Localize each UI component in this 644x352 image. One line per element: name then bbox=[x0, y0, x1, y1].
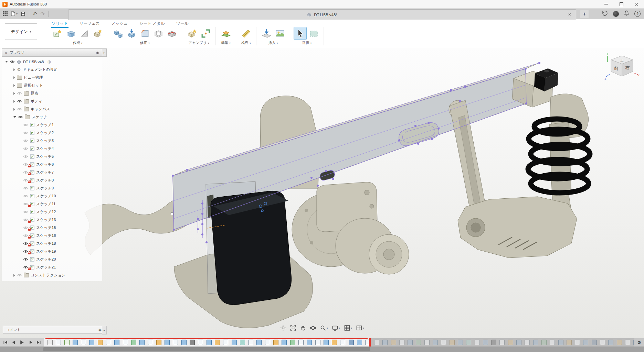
timeline-feature-extrude-icon[interactable] bbox=[256, 340, 262, 345]
expand-arrow-icon[interactable] bbox=[13, 274, 15, 277]
profile-avatar-icon[interactable] bbox=[613, 11, 619, 17]
visibility-eye-icon[interactable] bbox=[17, 107, 22, 111]
ribbon-tab-4[interactable]: シート メタル bbox=[139, 21, 166, 28]
step-back-icon[interactable] bbox=[11, 340, 16, 345]
browser-sketch-item[interactable]: スケッチ20 bbox=[2, 255, 102, 263]
timeline-feature-extrude-icon[interactable] bbox=[382, 340, 388, 345]
ribbon-group-label[interactable]: アセンブリ▾ bbox=[188, 41, 209, 45]
visibility-eye-icon[interactable] bbox=[23, 131, 28, 135]
timeline-feature-extrude-icon[interactable] bbox=[433, 340, 438, 345]
visibility-eye-icon[interactable] bbox=[23, 257, 28, 261]
browser-sketch-item[interactable]: スケッチ3 bbox=[2, 137, 102, 145]
browser-node-4[interactable]: 原点 bbox=[2, 89, 102, 97]
help-icon[interactable]: ? bbox=[634, 11, 641, 17]
plane-tool-icon[interactable] bbox=[220, 27, 232, 40]
timeline-feature-extrude-icon[interactable] bbox=[324, 340, 329, 345]
close-tab-icon[interactable] bbox=[568, 13, 572, 16]
timeline-feature-sketch-icon[interactable] bbox=[441, 340, 446, 345]
visibility-eye-icon[interactable] bbox=[23, 210, 28, 214]
timeline-feature-sketch-icon[interactable] bbox=[424, 340, 430, 345]
timeline-feature-extrude-icon[interactable] bbox=[139, 340, 145, 345]
display-icon[interactable]: ▾ bbox=[332, 325, 340, 331]
timeline-feature-extrude-icon[interactable] bbox=[558, 340, 563, 345]
frame-icon[interactable] bbox=[290, 325, 296, 331]
timeline-feature-hole-icon[interactable] bbox=[349, 340, 354, 345]
browser-node-6[interactable]: キャンバス bbox=[2, 105, 102, 113]
timeline-feature-joint-icon[interactable] bbox=[131, 340, 136, 345]
browser-sketch-item[interactable]: スケッチ12 bbox=[2, 208, 102, 216]
timeline-feature-extrude-icon[interactable] bbox=[633, 340, 634, 345]
timeline-feature-extrude-icon[interactable] bbox=[483, 340, 488, 345]
visibility-eye-icon[interactable] bbox=[23, 218, 28, 222]
browser-sketch-item[interactable]: スケッチ15 bbox=[2, 224, 102, 232]
expand-arrow-icon[interactable] bbox=[13, 100, 15, 103]
skip-to-start-icon[interactable] bbox=[3, 340, 8, 345]
ribbon-tab-1[interactable]: ソリッド bbox=[51, 21, 68, 28]
timeline-feature-ground-icon[interactable] bbox=[190, 340, 195, 345]
fillet-tool-icon[interactable] bbox=[139, 27, 151, 40]
browser-sketch-item[interactable]: スケッチ2 bbox=[2, 129, 102, 137]
timeline-feature-joint-icon[interactable] bbox=[290, 340, 295, 345]
selbox-tool-icon[interactable] bbox=[307, 27, 320, 40]
timeline-feature-extrude-icon[interactable] bbox=[207, 340, 212, 345]
timeline-feature-extrude-icon[interactable] bbox=[165, 340, 170, 345]
timeline-feature-sketch-icon[interactable] bbox=[499, 340, 505, 345]
insert-tool-icon[interactable] bbox=[260, 27, 273, 40]
timeline-feature-extrude-icon[interactable] bbox=[89, 340, 94, 345]
visibility-eye-icon[interactable] bbox=[23, 186, 28, 190]
expand-arrow-icon[interactable] bbox=[13, 108, 15, 111]
ribbon-group-label[interactable]: 修正▾ bbox=[140, 41, 150, 45]
timeline-feature-sketch-icon[interactable] bbox=[315, 340, 320, 345]
close-button[interactable] bbox=[629, 0, 644, 8]
timeline-settings-gear-icon[interactable]: ⚙ bbox=[634, 340, 644, 345]
timeline-feature-extrude-icon[interactable] bbox=[73, 340, 78, 345]
workspace-selector[interactable]: デザイン ▾ bbox=[5, 23, 37, 40]
visibility-eye-icon[interactable] bbox=[18, 115, 23, 119]
browser-sketch-item[interactable]: スケッチ6 bbox=[2, 161, 102, 168]
ribbon-tab-5[interactable]: ツール bbox=[176, 21, 189, 28]
ribbon-group-label[interactable]: 検査▾ bbox=[241, 41, 251, 45]
app-grid-icon[interactable] bbox=[3, 11, 8, 16]
timeline-feature-plane-icon[interactable] bbox=[508, 340, 513, 345]
timeline-feature-sketch-icon[interactable] bbox=[173, 340, 178, 345]
timeline-feature-extrude-icon[interactable] bbox=[608, 340, 613, 345]
visibility-eye-icon[interactable] bbox=[23, 202, 28, 206]
split-tool-icon[interactable] bbox=[166, 27, 178, 40]
visibility-eye-icon[interactable] bbox=[17, 273, 22, 277]
timeline-feature-sketch-icon[interactable] bbox=[365, 340, 369, 345]
browser-sketch-item[interactable]: スケッチ10 bbox=[2, 192, 102, 200]
step-forward-icon[interactable] bbox=[28, 340, 33, 345]
timeline-feature-sketch-icon[interactable] bbox=[56, 340, 61, 345]
browser-sketch-item[interactable]: スケッチ16 bbox=[2, 232, 102, 240]
timeline-feature-sketch-icon[interactable] bbox=[106, 340, 111, 345]
comment-bar[interactable]: コメント ◉ bbox=[3, 326, 105, 334]
measure-tool-icon[interactable] bbox=[240, 27, 252, 40]
browser-sketch-item[interactable]: スケッチ1 bbox=[2, 121, 102, 129]
visibility-eye-icon[interactable] bbox=[23, 242, 28, 245]
ribbon-group-label[interactable]: 挿入▾ bbox=[268, 41, 278, 45]
timeline-feature-sketch-icon[interactable] bbox=[340, 340, 345, 345]
browser-sketch-item[interactable]: スケッチ5 bbox=[2, 153, 102, 161]
comment-resize-handle[interactable]: ▸ bbox=[102, 326, 107, 334]
save-icon[interactable] bbox=[21, 12, 25, 16]
timeline-feature-doc-icon[interactable] bbox=[47, 340, 53, 345]
browser-sketch-item[interactable]: スケッチ13 bbox=[2, 216, 102, 224]
visibility-eye-icon[interactable] bbox=[17, 91, 22, 95]
timeline-feature-sketch-icon[interactable] bbox=[600, 340, 605, 345]
select-tool-icon[interactable] bbox=[294, 27, 306, 40]
timeline-feature-plane-icon[interactable] bbox=[617, 340, 622, 345]
ribbon-group-label[interactable]: 構築▾ bbox=[221, 41, 231, 45]
timeline-feature-sketch-icon[interactable] bbox=[123, 340, 128, 345]
timeline-feature-mirror-icon[interactable] bbox=[240, 340, 245, 345]
undo-icon[interactable]: ↶ bbox=[33, 11, 37, 16]
browser-sketch-item[interactable]: スケッチ9 bbox=[2, 184, 102, 192]
timeline-scrollbar-handle[interactable] bbox=[43, 347, 370, 351]
visibility-eye-icon[interactable] bbox=[10, 60, 15, 64]
joint-tool-icon[interactable] bbox=[199, 27, 212, 40]
play-icon[interactable] bbox=[19, 340, 25, 345]
ribbon-tab-2[interactable]: サーフェス bbox=[79, 21, 101, 28]
timeline-feature-hole-icon[interactable] bbox=[592, 340, 597, 345]
file-menu-icon[interactable]: ▾ bbox=[11, 11, 18, 16]
visibility-eye-icon[interactable] bbox=[23, 178, 28, 182]
visibility-eye-icon[interactable] bbox=[23, 139, 28, 143]
